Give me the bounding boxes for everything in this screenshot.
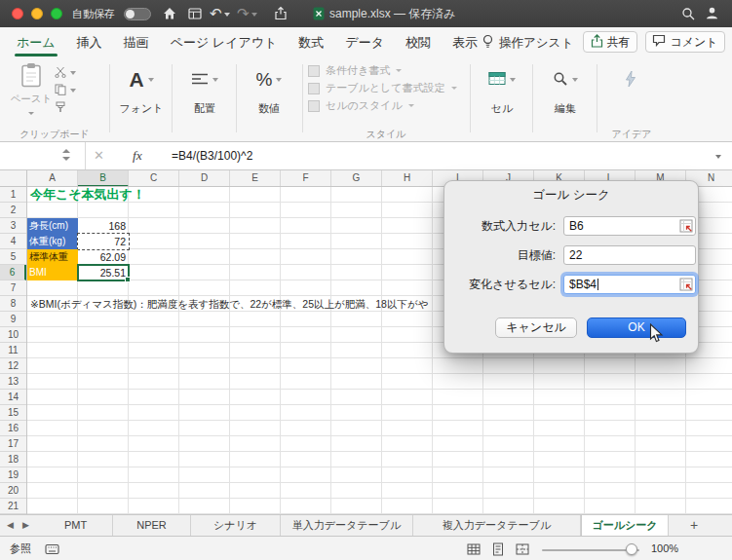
cell-B4[interactable]: 72 xyxy=(78,234,129,249)
target-value-input[interactable]: 22 xyxy=(563,245,696,265)
normal-view-icon[interactable] xyxy=(466,541,482,557)
stepper-up-icon[interactable] xyxy=(62,149,70,153)
row-header[interactable]: 18 xyxy=(0,452,26,467)
prev-sheet-icon[interactable]: ◀ xyxy=(7,515,14,536)
row-header[interactable]: 7 xyxy=(0,280,26,296)
range-selector-icon[interactable] xyxy=(679,219,693,233)
format-painter-button[interactable] xyxy=(55,101,66,115)
column-header[interactable]: C xyxy=(129,170,179,187)
undo-icon[interactable]: ↶ xyxy=(210,0,222,27)
sheet-tab[interactable]: 単入力データテーブル xyxy=(281,515,413,536)
row-header[interactable]: 9 xyxy=(0,312,26,327)
next-sheet-icon[interactable]: ▶ xyxy=(22,515,29,536)
cell-B3[interactable]: 168 xyxy=(78,218,129,234)
cell-A8-note[interactable]: ※BMI(ボディマス指数)：肥満度を表す指数で、22が標準、25以上が肥満、18… xyxy=(30,296,428,312)
row-header[interactable]: 3 xyxy=(0,218,26,234)
row-header[interactable]: 20 xyxy=(0,483,26,499)
sheet-tab[interactable]: NPER xyxy=(113,515,191,536)
autosave-toggle[interactable] xyxy=(124,8,151,20)
zoom-slider-track[interactable] xyxy=(542,549,639,551)
search-icon[interactable] xyxy=(680,6,696,21)
share-upload-icon[interactable] xyxy=(273,6,289,21)
cell-B5[interactable]: 62.09 xyxy=(78,249,129,265)
ideas-lightning-icon[interactable] xyxy=(624,70,637,91)
row-header[interactable]: 14 xyxy=(0,390,26,405)
comments-button[interactable]: コメント xyxy=(645,31,725,53)
row-header[interactable]: 16 xyxy=(0,421,26,436)
zoom-slider-knob[interactable] xyxy=(626,543,637,555)
column-header[interactable]: B xyxy=(78,170,129,187)
changing-cell-input[interactable]: $B$4 xyxy=(563,275,696,294)
save-icon[interactable] xyxy=(187,6,203,21)
row-header[interactable]: 8 xyxy=(0,296,26,312)
sheet-tab[interactable]: シナリオ xyxy=(191,515,281,536)
number-group-button[interactable]: % 数値 xyxy=(238,62,300,123)
row-header[interactable]: 21 xyxy=(0,499,26,514)
row-header[interactable]: 17 xyxy=(0,436,26,452)
row-header[interactable]: 2 xyxy=(0,203,26,218)
formula-bar-expand-icon[interactable] xyxy=(715,155,721,159)
tell-me-assist[interactable]: 操作アシスト xyxy=(482,30,573,56)
styles-menu-item[interactable]: テーブルとして書式設定 xyxy=(308,80,468,96)
cell-A3[interactable]: 身長(cm) xyxy=(27,218,78,234)
row-header[interactable]: 12 xyxy=(0,358,26,374)
copy-button[interactable] xyxy=(55,84,76,97)
styles-menu-item[interactable]: 条件付き書式 xyxy=(308,62,468,79)
row-header[interactable]: 4 xyxy=(0,234,26,249)
cancel-entry-icon[interactable]: ✕ xyxy=(94,142,104,169)
range-selector-icon[interactable] xyxy=(679,278,693,291)
column-header[interactable]: H xyxy=(382,170,433,187)
cell-A6[interactable]: BMI xyxy=(27,265,78,280)
row-header[interactable]: 6 xyxy=(0,265,26,280)
select-all-corner[interactable] xyxy=(0,170,27,187)
add-sheet-button[interactable]: + xyxy=(682,515,706,536)
cancel-button[interactable]: キャンセル xyxy=(495,317,577,338)
column-header[interactable]: E xyxy=(230,170,281,187)
ribbon-tab[interactable]: 描画 xyxy=(113,30,160,56)
ok-button[interactable]: OK xyxy=(587,317,686,338)
column-header[interactable]: F xyxy=(281,170,331,187)
formula-cell-input[interactable]: B6 xyxy=(563,216,696,236)
row-header[interactable]: 10 xyxy=(0,327,26,343)
share-button[interactable]: 共有 xyxy=(583,31,637,53)
keyboard-icon[interactable] xyxy=(45,543,59,558)
editing-group-button[interactable]: 編集 xyxy=(536,62,595,123)
ribbon-tab[interactable]: 挿入 xyxy=(66,30,113,56)
insert-function-icon[interactable]: fx xyxy=(133,142,142,169)
close-window-button[interactable] xyxy=(12,8,23,19)
styles-menu-item[interactable]: セルのスタイル xyxy=(308,97,468,114)
sheet-tab[interactable]: ゴールシーク xyxy=(581,515,669,536)
row-header[interactable]: 19 xyxy=(0,467,26,483)
ribbon-tab[interactable]: ページ レイアウト xyxy=(160,30,289,56)
row-header[interactable]: 5 xyxy=(0,249,26,265)
undo-menu-caret-icon[interactable] xyxy=(224,13,230,17)
zoom-level[interactable]: 100% xyxy=(651,537,678,560)
account-icon[interactable] xyxy=(704,5,719,20)
row-header[interactable]: 13 xyxy=(0,374,26,390)
cut-button[interactable] xyxy=(55,66,76,80)
ribbon-tab[interactable]: ホーム xyxy=(6,30,66,56)
row-header[interactable]: 15 xyxy=(0,405,26,421)
name-box[interactable] xyxy=(0,142,86,169)
paste-button[interactable]: ペースト xyxy=(10,62,53,121)
column-header[interactable]: A xyxy=(27,170,78,187)
cell-A5[interactable]: 標準体重 xyxy=(27,249,78,265)
name-box-stepper[interactable] xyxy=(62,149,70,161)
cell-B6[interactable]: 25.51 xyxy=(78,265,129,280)
formula-text[interactable]: =B4/(B3/100)^2 xyxy=(172,142,252,169)
column-header[interactable]: G xyxy=(331,170,382,187)
page-layout-view-icon[interactable] xyxy=(490,541,506,557)
column-header[interactable]: D xyxy=(179,170,230,187)
minimize-window-button[interactable] xyxy=(31,8,43,19)
sheet-tab[interactable]: 複入力データテーブル xyxy=(413,515,581,536)
cell-A1[interactable]: 今年こそ本気出す！ xyxy=(30,187,145,203)
alignment-group-button[interactable]: 配置 xyxy=(173,62,236,123)
fullscreen-window-button[interactable] xyxy=(51,8,62,19)
row-header[interactable]: 1 xyxy=(0,187,26,203)
ribbon-tab[interactable]: 数式 xyxy=(288,30,334,56)
font-group-button[interactable]: A フォント xyxy=(111,62,172,123)
page-break-view-icon[interactable] xyxy=(515,541,530,557)
stepper-down-icon[interactable] xyxy=(62,157,70,161)
cell-A4[interactable]: 体重(kg) xyxy=(27,234,78,249)
ribbon-tab[interactable]: 校閲 xyxy=(395,30,442,56)
